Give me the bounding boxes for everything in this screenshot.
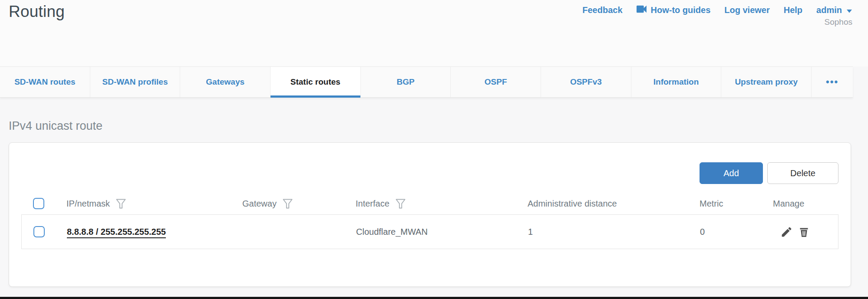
table-row: 8.8.8.8 / 255.255.255.255 Cloudflare_MWA… bbox=[21, 214, 838, 249]
manage-cell bbox=[773, 226, 838, 238]
delete-button[interactable]: Delete bbox=[767, 162, 838, 184]
metric-value: 0 bbox=[700, 227, 773, 237]
funnel-filter-icon[interactable] bbox=[115, 197, 127, 210]
user-menu[interactable]: admin bbox=[816, 5, 852, 15]
log-viewer-link[interactable]: Log viewer bbox=[724, 5, 769, 15]
col-ip-netmask: IP/netmask bbox=[66, 197, 242, 210]
col-interface: Interface bbox=[356, 197, 528, 210]
tab-upstream-proxy[interactable]: Upstream proxy bbox=[721, 67, 811, 97]
top-nav: Feedback How-to guides Log viewer Help a… bbox=[582, 5, 852, 27]
select-all-checkbox[interactable] bbox=[33, 198, 44, 209]
row-checkbox-cell bbox=[22, 226, 67, 237]
content-area: IPv4 unicast route Add Delete IP/netmask… bbox=[0, 119, 868, 287]
window-bottom-edge bbox=[0, 297, 868, 299]
chevron-down-icon bbox=[846, 5, 852, 15]
col-metric: Metric bbox=[700, 199, 773, 209]
row-checkbox[interactable] bbox=[33, 226, 45, 237]
tab-overflow-menu[interactable]: ••• bbox=[811, 67, 853, 97]
tab-bar: SD-WAN routes SD-WAN profiles Gateways S… bbox=[0, 66, 853, 98]
org-label: Sophos bbox=[825, 17, 852, 27]
help-link[interactable]: Help bbox=[784, 5, 802, 15]
tab-information[interactable]: Information bbox=[631, 67, 721, 97]
section-heading: IPv4 unicast route bbox=[9, 119, 868, 133]
page-title: Routing bbox=[9, 3, 65, 21]
ip-netmask-link[interactable]: 8.8.8.8 / 255.255.255.255 bbox=[67, 227, 166, 237]
col-gateway: Gateway bbox=[242, 197, 356, 210]
routes-card: Add Delete IP/netmask Gateway bbox=[9, 142, 851, 287]
tab-ospfv3[interactable]: OSPFv3 bbox=[541, 67, 631, 97]
tab-bgp[interactable]: BGP bbox=[360, 67, 451, 97]
tab-sdwan-profiles[interactable]: SD-WAN profiles bbox=[90, 67, 180, 97]
col-manage: Manage bbox=[773, 199, 838, 209]
admin-distance-value: 1 bbox=[528, 227, 700, 237]
trash-icon[interactable] bbox=[798, 226, 810, 238]
top-header: Routing Feedback How-to guides Log viewe… bbox=[0, 0, 868, 66]
pencil-icon[interactable] bbox=[780, 226, 793, 238]
tab-sdwan-routes[interactable]: SD-WAN routes bbox=[0, 67, 90, 97]
tab-static-routes[interactable]: Static routes bbox=[270, 67, 360, 97]
feedback-link[interactable]: Feedback bbox=[582, 5, 622, 15]
table-header: IP/netmask Gateway Interface bbox=[21, 193, 838, 214]
interface-value: Cloudflare_MWAN bbox=[356, 227, 528, 237]
funnel-filter-icon[interactable] bbox=[282, 197, 294, 210]
funnel-filter-icon[interactable] bbox=[395, 197, 406, 210]
add-button[interactable]: Add bbox=[700, 162, 763, 184]
header-checkbox-cell bbox=[21, 198, 66, 209]
table-toolbar: Add Delete bbox=[9, 162, 838, 184]
tab-gateways[interactable]: Gateways bbox=[180, 67, 270, 97]
tab-ospf[interactable]: OSPF bbox=[450, 67, 541, 97]
videocam-icon bbox=[637, 5, 647, 15]
howto-guides-link[interactable]: How-to guides bbox=[637, 5, 711, 15]
col-admin-distance: Administrative distance bbox=[528, 199, 700, 209]
